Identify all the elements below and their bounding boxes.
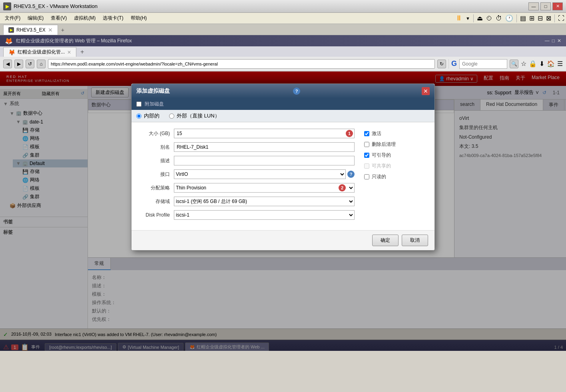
snapshot2-btn[interactable]: ⏱ (496, 15, 502, 22)
delete-wipe-checkbox[interactable] (364, 142, 369, 147)
address-bar[interactable]: https://rhevm.pod0.example.com/ovirt-eng… (48, 59, 435, 69)
browser-title-bar: 🦊 红帽企业级虚拟化管理者的 Web 管理 – Mozilla Firefox … (0, 35, 566, 46)
activate-checkbox[interactable] (364, 131, 369, 136)
search-btn[interactable]: 🔍 (510, 60, 518, 68)
interface-select[interactable]: VirtIO IDE VirtIO-SCSI (174, 169, 346, 179)
radio-internal-label: 内部的 (144, 112, 159, 119)
checkbox-bootable: 可引导的 (364, 152, 428, 159)
shareable-label: 可共享的 (372, 163, 391, 169)
menu-help[interactable]: 帮助(H) (128, 14, 150, 23)
home2-icon[interactable]: 🏠 (547, 60, 555, 68)
vm-tab-label: RHEV3.5_EX (16, 27, 46, 33)
maximize-btn[interactable]: □ (540, 2, 551, 10)
form-row-storage: 存储域 iscsi-1 (空闲 65 GB / 总计 69 GB) (138, 197, 355, 206)
star-icon[interactable]: ☆ (521, 60, 526, 68)
modal-close-btn[interactable]: ✕ (422, 87, 430, 95)
form-row-alloc: 分配策略 Thin Provision Preallocated 2 (138, 183, 355, 193)
home-btn[interactable]: ⌂ (37, 60, 46, 68)
snapshot-btn[interactable]: ⏲ (486, 15, 492, 22)
alloc-select-wrapper: Thin Provision Preallocated 2 (174, 183, 355, 193)
menu-file[interactable]: 文件(F) (2, 14, 24, 23)
checkbox-readonly: 只读的 (364, 173, 428, 180)
browser-tab-area: 🦊 红帽企业级虚拟化管... ✕ + ◀ ▶ ↺ ⌂ https://rhevm… (0, 46, 566, 72)
menu-icon[interactable]: ☰ (557, 60, 563, 68)
alloc-badge: 2 (339, 184, 346, 191)
activate-label: 激活 (372, 130, 381, 137)
os-window: ▶ RHEV3.5_EX - VMware Workstation — □ ✕ … (0, 0, 566, 392)
cancel-btn[interactable]: 取消 (402, 235, 428, 246)
sep1 (473, 14, 474, 22)
form-row-disk-profile: Disk Profile iscsi-1 (138, 210, 355, 220)
modal-header: 添加虚拟磁盘 ? ✕ (132, 84, 434, 98)
attach-disk-checkbox[interactable] (136, 101, 142, 107)
browser-minimize[interactable]: — (545, 38, 550, 44)
minimize-btn[interactable]: — (528, 2, 539, 10)
back-btn[interactable]: ◀ (3, 60, 12, 68)
arrow-btn[interactable]: ▼ (466, 16, 470, 21)
browser-nav-bar: ◀ ▶ ↺ ⌂ https://rhevm.pod0.example.com/o… (0, 57, 566, 71)
monitor4-icon: ⊠ (546, 14, 551, 22)
readonly-checkbox[interactable] (364, 174, 369, 179)
radio-external-input[interactable] (169, 113, 174, 119)
checkbox-delete-wipe: 删除后清理 (364, 141, 428, 148)
alias-input[interactable] (174, 142, 355, 152)
menu-tab[interactable]: 选项卡(T) (100, 14, 126, 23)
firefox-tab-icon: 🦊 (8, 49, 15, 56)
shield-icon[interactable]: 🔒 (529, 60, 537, 68)
modal-subheader: 附加磁盘 (132, 98, 434, 110)
menu-edit[interactable]: 编辑(E) (24, 14, 47, 23)
window-controls: — □ ✕ (528, 2, 563, 10)
nav-sep (448, 59, 449, 69)
rhev-app: RED HAT ENTERPRISE VIRTUALIZATION 👤 rhev… (0, 72, 566, 351)
snap3-btn[interactable]: 🕐 (505, 14, 513, 22)
monitor2-icon: ⊞ (529, 14, 534, 22)
interface-label: 接口 (138, 171, 174, 178)
radio-internal-input[interactable] (136, 113, 142, 119)
modal-help-icon[interactable]: ? (293, 88, 300, 95)
browser-tab-active[interactable]: 🦊 红帽企业级虚拟化管... ✕ (3, 47, 76, 57)
modal-body: 大小 (GB) 15 1 别名 描 (132, 122, 434, 230)
browser-add-tab[interactable]: + (76, 47, 88, 57)
disk-profile-select[interactable]: iscsi-1 (174, 210, 355, 220)
browser-maximize[interactable]: □ (552, 38, 555, 44)
browser-close[interactable]: ✕ (557, 38, 561, 44)
menu-view[interactable]: 查看(V) (48, 14, 70, 23)
vmware-title-bar: ▶ RHEV3.5_EX - VMware Workstation — □ ✕ (0, 0, 566, 13)
size-label: 大小 (GB) (138, 130, 174, 137)
confirm-btn[interactable]: 确定 (372, 235, 399, 246)
search-input[interactable] (459, 59, 507, 69)
readonly-label: 只读的 (372, 173, 386, 180)
fullscreen-icon[interactable]: ⛶ (558, 15, 564, 22)
browser-tab-label: 红帽企业级虚拟化管... (18, 49, 65, 56)
checkbox-activate: 激活 (364, 130, 428, 137)
firefox-icon: 🦊 (5, 37, 13, 45)
browser-tabs: 🦊 红帽企业级虚拟化管... ✕ + (0, 46, 566, 57)
desc-input[interactable] (174, 156, 355, 165)
modal-checkboxes: 激活 删除后清理 可引导的 可共享的 (364, 129, 428, 224)
forward-btn[interactable]: ▶ (14, 60, 23, 68)
close-btn[interactable]: ✕ (552, 2, 563, 10)
interface-help-icon[interactable]: ? (347, 171, 355, 178)
add-tab-btn[interactable]: + (58, 25, 68, 35)
window-title: RHEV3.5_EX - VMware Workstation (14, 3, 528, 9)
reload-btn[interactable]: ↺ (26, 60, 34, 68)
menu-vm[interactable]: 虚拟机(M) (71, 14, 99, 23)
pause-btn[interactable]: ⏸ (455, 14, 462, 22)
checkbox-shareable: 可共享的 (364, 163, 428, 169)
tab-close-icon[interactable]: ✕ (48, 27, 53, 33)
browser-tab-close[interactable]: ✕ (67, 50, 71, 55)
bootable-checkbox[interactable] (364, 153, 369, 158)
size-badge: 1 (346, 130, 353, 137)
sep2 (516, 14, 517, 22)
vm-tab[interactable]: ▶ RHEV3.5_EX ✕ (3, 25, 58, 35)
form-row-desc: 描述 (138, 156, 355, 165)
radio-internal[interactable]: 内部的 (136, 112, 159, 119)
download-icon[interactable]: ⬇ (539, 60, 544, 68)
alloc-select[interactable]: Thin Provision Preallocated (174, 183, 355, 193)
storage-select[interactable]: iscsi-1 (空闲 65 GB / 总计 69 GB) (174, 197, 355, 206)
size-input[interactable]: 15 (174, 129, 355, 138)
radio-external[interactable]: 外部（直接 LUN） (169, 112, 220, 119)
refresh-btn[interactable]: ↻ (437, 60, 446, 68)
connect-btn[interactable]: ⏏ (477, 14, 483, 22)
bookmark-icon[interactable]: G (451, 60, 457, 68)
